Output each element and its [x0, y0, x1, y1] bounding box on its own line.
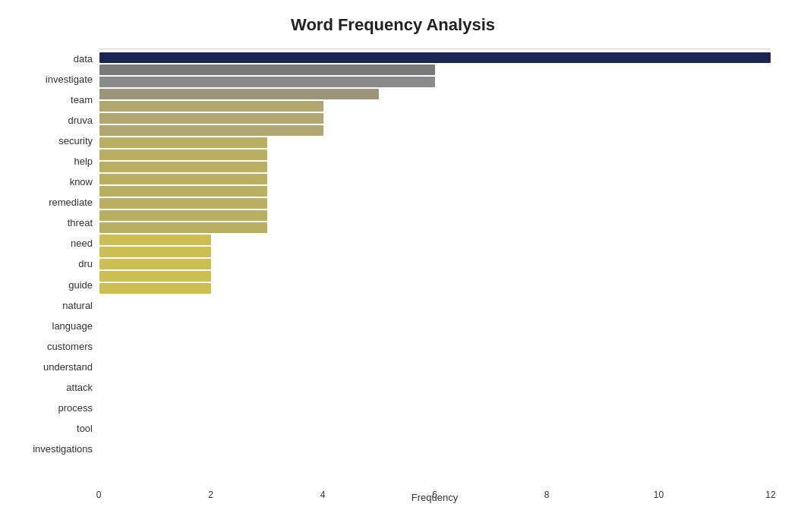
bar-investigate: [99, 65, 435, 75]
bar-row-investigate: [99, 64, 771, 76]
bar-row-need: [99, 161, 771, 173]
bar-security: [99, 101, 323, 112]
x-tick-4: 4: [320, 490, 326, 500]
bar-row-process: [99, 258, 771, 270]
bar-data: [99, 52, 771, 63]
x-tick-0: 0: [96, 490, 102, 500]
chart-area: datainvestigateteamdruvasecurityhelpknow…: [15, 49, 771, 459]
bar-understand: [99, 235, 211, 245]
y-label-process: process: [58, 403, 93, 413]
bar-know: [99, 125, 323, 136]
chart-container: Word Frequency Analysis datainvestigatet…: [0, 0, 801, 532]
y-label-druva: druva: [68, 115, 93, 125]
bar-row-investigations: [99, 282, 771, 294]
y-label-data: data: [74, 54, 93, 64]
y-label-dru: dru: [78, 259, 93, 269]
y-label-know: know: [70, 177, 93, 187]
bar-row-help: [99, 112, 771, 124]
y-label-team: team: [71, 95, 93, 105]
bar-remediate: [99, 137, 267, 148]
bar-team: [99, 77, 435, 87]
bar-druva: [99, 89, 379, 99]
y-label-natural: natural: [62, 301, 93, 310]
bar-row-attack: [99, 246, 771, 258]
bar-customers: [99, 222, 267, 233]
y-label-security: security: [58, 136, 93, 146]
bar-row-know: [99, 124, 771, 137]
y-label-investigations: investigations: [33, 444, 93, 454]
y-label-customers: customers: [47, 342, 93, 351]
bar-guide: [99, 186, 267, 197]
bar-row-natural: [99, 197, 771, 209]
bar-row-druva: [99, 88, 771, 100]
bar-row-team: [99, 76, 771, 88]
bar-row-dru: [99, 173, 771, 185]
bar-dru: [99, 174, 267, 184]
bar-row-guide: [99, 185, 771, 197]
bar-need: [99, 162, 267, 172]
bar-threat: [99, 150, 267, 160]
y-label-help: help: [74, 156, 93, 166]
bar-investigations: [99, 283, 211, 294]
y-label-guide: guide: [68, 280, 93, 290]
x-tick-10: 10: [654, 490, 664, 500]
bar-row-remediate: [99, 137, 771, 149]
y-axis-labels: datainvestigateteamdruvasecurityhelpknow…: [15, 49, 99, 459]
y-label-remediate: remediate: [49, 197, 93, 207]
y-label-threat: threat: [68, 218, 93, 228]
x-tick-8: 8: [544, 490, 550, 500]
bar-row-data: [99, 52, 771, 64]
chart-title: Word Frequency Analysis: [15, 15, 771, 35]
y-label-attack: attack: [66, 382, 93, 392]
bar-row-understand: [99, 234, 771, 246]
bar-attack: [99, 247, 211, 257]
bar-row-security: [99, 100, 771, 112]
y-label-need: need: [71, 238, 93, 248]
y-label-language: language: [52, 321, 93, 331]
bar-help: [99, 113, 323, 124]
bar-process: [99, 259, 211, 269]
y-label-tool: tool: [77, 423, 93, 433]
bar-row-threat: [99, 149, 771, 161]
bar-row-tool: [99, 270, 771, 282]
bars-and-grid: [99, 49, 771, 49]
x-axis-label: Frequency: [412, 492, 458, 503]
bar-row-language: [99, 209, 771, 222]
bar-row-customers: [99, 222, 771, 234]
y-label-investigate: investigate: [46, 74, 93, 84]
x-tick-2: 2: [208, 490, 213, 500]
bar-natural: [99, 198, 267, 209]
x-tick-12: 12: [765, 490, 775, 500]
y-label-understand: understand: [43, 362, 93, 372]
bar-tool: [99, 271, 211, 282]
bar-language: [99, 210, 267, 221]
